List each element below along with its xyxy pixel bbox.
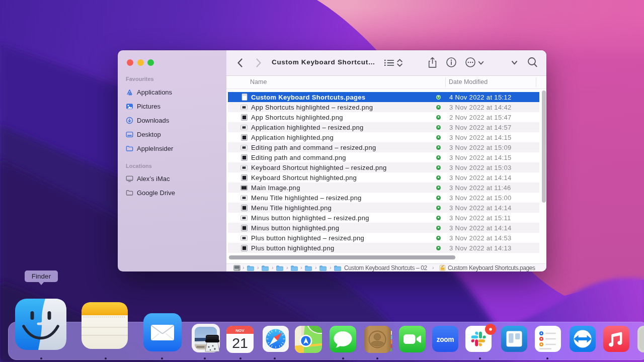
svg-text:21: 21 [232,335,248,351]
svg-text:zoom: zoom [437,336,454,343]
svg-text:NOV: NOV [235,328,245,333]
